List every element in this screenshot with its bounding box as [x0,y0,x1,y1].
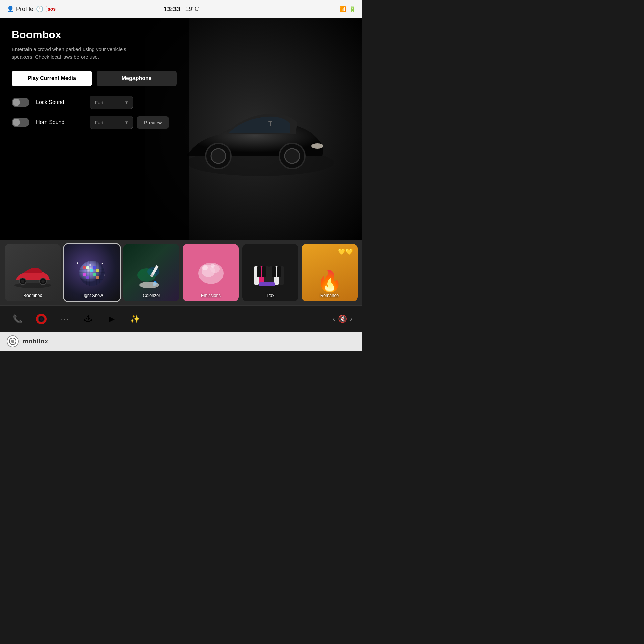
lock-sound-chevron: ▾ [125,99,128,105]
status-bar: 👤 Profile 🕐 sos 13:33 19°C 📶 🔋 [0,0,362,18]
lock-sound-toggle[interactable] [12,98,29,107]
horn-sound-knob [13,119,20,126]
svg-text:✦: ✦ [104,274,106,277]
boombox-car-svg [13,265,53,288]
status-temperature: 19°C [185,6,199,13]
emissions-svg [194,258,228,287]
romance-hearts: 💛💛 [338,248,353,255]
emissions-icon [194,258,228,291]
piano-keys-icon [251,260,290,291]
horn-sound-dropdown-row: Fart ▾ Preview [90,116,177,129]
disco-ball-icon: ✦ ✦ ✦ [76,258,108,291]
preview-button[interactable]: Preview [137,116,169,129]
stars-button[interactable]: ✨ [127,311,143,327]
camera-icon [35,313,47,325]
profile-label: Profile [16,6,33,13]
svg-rect-58 [262,266,266,277]
piano-svg [254,263,287,288]
horn-sound-dropdown-value: Fart [95,120,104,125]
tile-trax-label: Trax [266,293,275,301]
svg-rect-28 [96,269,99,272]
horn-sound-row: Horn Sound Fart ▾ Preview [12,116,177,129]
svg-rect-27 [93,266,96,269]
tile-trax[interactable]: Trax [242,244,298,301]
tile-romance-label: Romance [320,293,339,301]
svg-rect-32 [86,276,89,279]
car-silhouette: T [166,75,341,183]
boombox-description: Entertain a crowd when parked using your… [12,46,139,61]
svg-rect-57 [257,266,261,277]
horn-sound-label: Horn Sound [36,119,90,125]
app-grid: Boombox [0,240,362,305]
lock-sound-dropdown-value: Fart [95,100,104,105]
colorizer-svg [137,263,167,290]
svg-point-1 [311,143,323,149]
mute-button[interactable]: 🔇 [338,315,347,323]
tile-romance[interactable]: 🔥 💛💛 Romance [302,244,358,301]
horn-sound-toggle[interactable] [12,118,29,127]
brand-name: mobilox [23,338,48,345]
taskbar: 📞 ··· 🕹 ▶ ✨ ‹ 🔇 › [0,305,362,332]
dots-button[interactable]: ··· [57,311,72,327]
svg-point-45 [139,282,159,288]
lock-sound-knob [13,99,20,106]
next-track-button[interactable]: › [350,315,352,323]
tile-boombox[interactable]: Boombox [5,244,61,301]
colorizer-icon [137,263,167,291]
media-controls: ‹ 🔇 › [333,315,352,323]
svg-text:✦: ✦ [76,261,79,265]
media-button[interactable]: ▶ [104,311,119,327]
tile-emissions-label: Emissions [201,293,221,301]
tile-boombox-label: Boombox [23,293,42,301]
car-svg: T [166,75,341,183]
svg-point-66 [11,340,14,343]
svg-rect-61 [259,282,275,286]
buttons-row: Play Current Media Megaphone [12,71,177,86]
tile-colorizer-label: Colorizer [143,293,160,301]
svg-point-35 [89,264,91,266]
svg-point-11 [41,280,45,283]
network-icons: 📶 🔋 [339,6,356,12]
tile-lightshow-label: Light Show [81,293,103,301]
lock-sound-row: Lock Sound Fart ▾ [12,96,177,109]
svg-rect-30 [90,269,93,272]
joystick-button[interactable]: 🕹 [80,311,96,327]
play-current-media-button[interactable]: Play Current Media [12,71,92,86]
brand-logo-icon [9,338,16,345]
svg-rect-60 [277,266,281,277]
svg-point-49 [202,265,208,270]
profile-icon: 👤 [7,5,14,13]
svg-text:T: T [268,120,272,127]
megaphone-button[interactable]: Megaphone [97,71,177,86]
lock-sound-label: Lock Sound [36,99,90,105]
tile-colorizer[interactable]: Colorizer [123,244,179,301]
boombox-title: Boombox [12,29,177,41]
boombox-car-icon [13,265,53,289]
svg-rect-31 [96,276,99,279]
boombox-panel: Boombox Entertain a crowd when parked us… [0,18,189,240]
lock-sound-dropdown[interactable]: Fart ▾ [90,96,133,109]
svg-point-4 [211,149,226,163]
brand-logo [7,335,19,347]
tile-emissions[interactable]: Emissions [183,244,239,301]
svg-point-6 [285,149,300,163]
tile-lightshow[interactable]: ✦ ✦ ✦ Light Show [64,244,120,301]
svg-point-50 [211,264,215,268]
svg-rect-59 [272,266,276,277]
svg-point-34 [86,266,89,269]
svg-rect-29 [83,273,86,276]
phone-button[interactable]: 📞 [10,311,25,327]
camera-button[interactable] [34,311,49,327]
horn-sound-dropdown[interactable]: Fart ▾ [90,116,133,129]
profile-button[interactable]: 👤 Profile [7,5,33,13]
prev-track-button[interactable]: ‹ [333,315,335,323]
horn-sound-chevron: ▾ [125,119,128,125]
clock-icon: 🕐 [36,5,43,13]
svg-rect-33 [93,273,96,276]
disco-ball-svg: ✦ ✦ ✦ [76,258,108,289]
sos-label: sos [46,6,57,12]
main-content: T Boombox Entertain a crowd when parked … [0,18,362,240]
status-time: 13:33 [163,5,180,13]
svg-text:✦: ✦ [101,262,103,265]
svg-rect-25 [83,266,86,269]
